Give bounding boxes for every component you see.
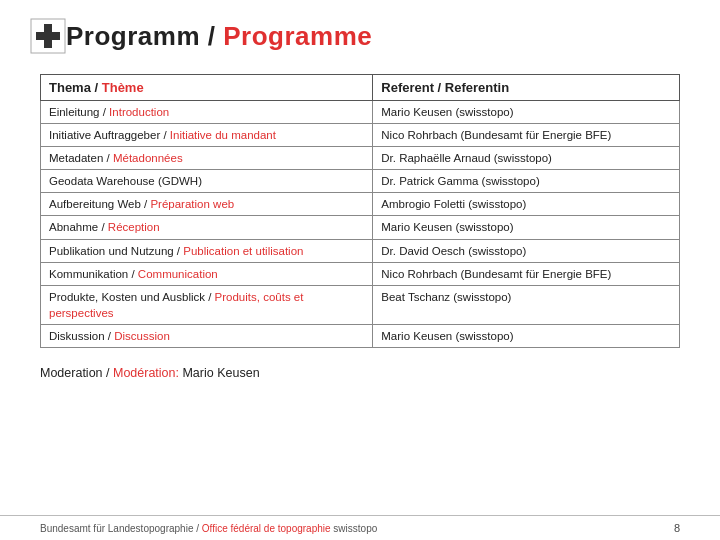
referent-cell: Mario Keusen (swisstopo) bbox=[373, 101, 680, 124]
program-table: Thema / Thème Referent / Referentin Einl… bbox=[40, 74, 680, 348]
referent-cell: Mario Keusen (swisstopo) bbox=[373, 324, 680, 347]
page-title: Programm / Programme bbox=[66, 21, 372, 52]
table-row: Initiative Auftraggeber / Initiative du … bbox=[41, 124, 680, 147]
table-row: Produkte, Kosten und Ausblick / Produits… bbox=[41, 285, 680, 324]
referent-cell: Dr. Patrick Gamma (swisstopo) bbox=[373, 170, 680, 193]
thema-cell: Geodata Warehouse (GDWH) bbox=[41, 170, 373, 193]
referent-cell: Beat Tschanz (swisstopo) bbox=[373, 285, 680, 324]
referent-cell: Dr. Raphaëlle Arnaud (swisstopo) bbox=[373, 147, 680, 170]
main-content: Thema / Thème Referent / Referentin Einl… bbox=[0, 64, 720, 515]
thema-cell: Aufbereitung Web / Préparation web bbox=[41, 193, 373, 216]
thema-cell: Diskussion / Discussion bbox=[41, 324, 373, 347]
table-row: Einleitung / IntroductionMario Keusen (s… bbox=[41, 101, 680, 124]
thema-cell: Einleitung / Introduction bbox=[41, 101, 373, 124]
referent-cell: Nico Rohrbach (Bundesamt für Energie BFE… bbox=[373, 124, 680, 147]
moderation-line: Moderation / Modération: Mario Keusen bbox=[40, 348, 680, 380]
col1-header: Thema / Thème bbox=[41, 75, 373, 101]
col2-header: Referent / Referentin bbox=[373, 75, 680, 101]
header: Programm / Programme bbox=[0, 0, 720, 64]
table-row: Diskussion / DiscussionMario Keusen (swi… bbox=[41, 324, 680, 347]
page-number: 8 bbox=[674, 522, 680, 534]
thema-cell: Kommunikation / Communication bbox=[41, 262, 373, 285]
referent-cell: Dr. David Oesch (swisstopo) bbox=[373, 239, 680, 262]
referent-cell: Nico Rohrbach (Bundesamt für Energie BFE… bbox=[373, 262, 680, 285]
page: Programm / Programme Thema / Thème Refer… bbox=[0, 0, 720, 540]
thema-cell: Initiative Auftraggeber / Initiative du … bbox=[41, 124, 373, 147]
table-row: Geodata Warehouse (GDWH)Dr. Patrick Gamm… bbox=[41, 170, 680, 193]
table-row: Metadaten / MétadonnéesDr. Raphaëlle Arn… bbox=[41, 147, 680, 170]
swiss-logo bbox=[30, 18, 66, 54]
table-row: Abnahme / RéceptionMario Keusen (swissto… bbox=[41, 216, 680, 239]
table-row: Publikation und Nutzung / Publication et… bbox=[41, 239, 680, 262]
footer-left: Bundesamt für Landestopographie / Office… bbox=[40, 523, 377, 534]
footer: Bundesamt für Landestopographie / Office… bbox=[0, 515, 720, 540]
referent-cell: Mario Keusen (swisstopo) bbox=[373, 216, 680, 239]
thema-cell: Metadaten / Métadonnées bbox=[41, 147, 373, 170]
thema-cell: Produkte, Kosten und Ausblick / Produits… bbox=[41, 285, 373, 324]
svg-rect-2 bbox=[36, 32, 60, 40]
table-row: Kommunikation / CommunicationNico Rohrba… bbox=[41, 262, 680, 285]
table-row: Aufbereitung Web / Préparation webAmbrog… bbox=[41, 193, 680, 216]
thema-cell: Publikation und Nutzung / Publication et… bbox=[41, 239, 373, 262]
referent-cell: Ambrogio Foletti (swisstopo) bbox=[373, 193, 680, 216]
thema-cell: Abnahme / Réception bbox=[41, 216, 373, 239]
